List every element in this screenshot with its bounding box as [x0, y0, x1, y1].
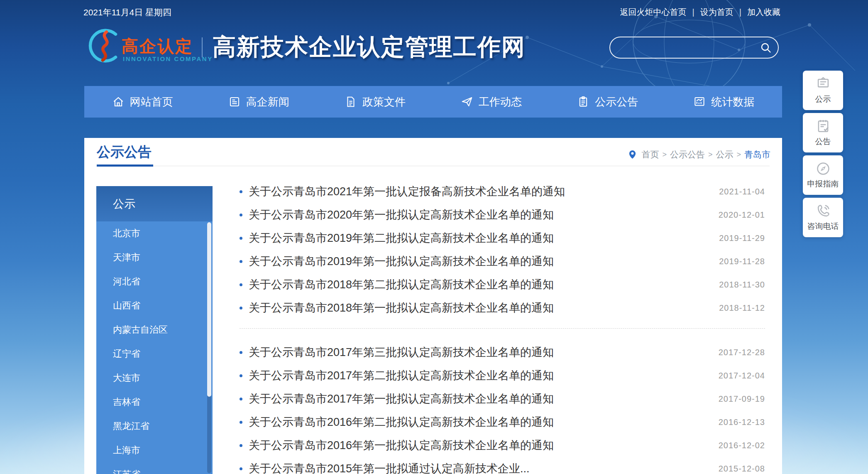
board-icon	[815, 76, 831, 92]
sidebar-item-dalian[interactable]: 大连市	[96, 366, 213, 390]
list-item: 关于公示青岛市2016年第二批拟认定高新技术企业名单的通知 2016-12-13	[240, 410, 765, 434]
announcement-date: 2021-11-04	[719, 187, 765, 196]
float-button-label: 咨询电话	[807, 221, 839, 232]
announcement-link[interactable]: 关于公示青岛市2018年第一批拟认定高新技术企业名单的通知	[249, 300, 554, 315]
float-button-label: 公告	[815, 136, 831, 147]
bullet-icon	[240, 260, 242, 263]
link-set-homepage[interactable]: 设为首页	[700, 7, 734, 18]
nav-item-statistics[interactable]: 统计数据	[666, 86, 782, 118]
sidebar-item-liaoning[interactable]: 辽宁省	[96, 342, 213, 366]
nav-label: 工作动态	[479, 95, 522, 109]
bullet-icon	[240, 214, 242, 216]
search-input[interactable]	[610, 37, 756, 58]
list-item: 关于公示青岛市2017年第二批拟认定高新技术企业名单的通知 2017-12-04	[240, 364, 765, 387]
sidebar-item-heilongjiang[interactable]: 黑龙江省	[96, 414, 213, 438]
announcement-date: 2019-11-29	[719, 233, 765, 243]
sidebar-item-shanghai[interactable]: 上海市	[96, 438, 213, 462]
list-item: 关于公示青岛市2015年第一批拟通过认定高新技术企业... 2015-12-08	[240, 457, 765, 474]
nav-label: 网站首页	[130, 95, 173, 109]
announcement-link[interactable]: 关于公示青岛市2017年第一批拟认定高新技术企业名单的通知	[249, 391, 554, 406]
logo-subtext: INNOVATION COMPANY	[123, 55, 213, 62]
nav-item-announcements[interactable]: 公示公告	[550, 86, 666, 118]
page: 2021年11月4日 星期四 返回火炬中心首页 | 设为首页 | 加入收藏 高企…	[0, 0, 868, 474]
clipboard-icon	[577, 96, 589, 108]
bullet-icon	[240, 374, 242, 377]
sidebar-item-jilin[interactable]: 吉林省	[96, 390, 213, 414]
announcement-link[interactable]: 关于公示青岛市2017年第三批拟认定高新技术企业名单的通知	[249, 345, 554, 360]
page-title: 公示公告	[97, 143, 152, 162]
list-item: 关于公示青岛市2017年第一批拟认定高新技术企业名单的通知 2017-09-19	[240, 387, 765, 410]
breadcrumb: 首页 > 公示公告 > 公示 > 青岛市	[628, 149, 770, 160]
announcement-list: 关于公示青岛市2021年第一批认定报备高新技术企业名单的通知 2021-11-0…	[240, 180, 765, 474]
sidebar-item-shanxi[interactable]: 山西省	[96, 294, 213, 318]
title-underline	[97, 165, 153, 167]
breadcrumb-announcements[interactable]: 公示公告	[670, 149, 705, 160]
list-item: 关于公示青岛市2018年第一批拟认定高新技术企业名单的通知 2018-11-12	[240, 296, 765, 319]
document-icon	[345, 96, 357, 108]
bullet-icon	[240, 444, 242, 447]
sidebar-item-beijing[interactable]: 北京市	[96, 221, 213, 246]
sidebar-item-jiangsu[interactable]: 江苏省	[96, 462, 213, 474]
sidebar-item-hebei[interactable]: 河北省	[96, 270, 213, 294]
announcement-link[interactable]: 关于公示青岛市2016年第二批拟认定高新技术企业名单的通知	[249, 415, 554, 430]
nav-label: 高企新闻	[246, 95, 289, 109]
current-date: 2021年11月4日 星期四	[83, 7, 171, 18]
announcement-link[interactable]: 关于公示青岛市2019年第一批拟认定高新技术企业名单的通知	[249, 254, 554, 269]
float-button-application-guide[interactable]: 申报指南	[803, 155, 843, 195]
announcement-link[interactable]: 关于公示青岛市2021年第一批认定报备高新技术企业名单的通知	[249, 184, 565, 199]
sidebar-scrollbar-thumb[interactable]	[207, 222, 211, 397]
announcement-link[interactable]: 关于公示青岛市2020年第一批拟认定高新技术企业名单的通知	[249, 207, 554, 222]
phone-icon	[815, 203, 831, 219]
announcement-link[interactable]: 关于公示青岛市2019年第二批拟认定高新技术企业名单的通知	[249, 231, 554, 246]
float-button-gonggao[interactable]: 公告	[803, 113, 843, 152]
breadcrumb-current: 青岛市	[744, 149, 770, 160]
list-item: 关于公示青岛市2020年第一批拟认定高新技术企业名单的通知 2020-12-01	[240, 203, 765, 226]
announcement-link[interactable]: 关于公示青岛市2016年第一批拟认定高新技术企业名单的通知	[249, 438, 554, 453]
breadcrumb-gongshi[interactable]: 公示	[716, 149, 733, 160]
announcement-date: 2015-12-08	[719, 464, 765, 474]
location-pin-icon	[628, 150, 636, 160]
sidebar-item-tianjin[interactable]: 天津市	[96, 246, 213, 270]
site-logo-icon[interactable]	[85, 27, 123, 65]
float-button-gongshi[interactable]: 公示	[803, 71, 843, 110]
announcement-date: 2016-12-13	[719, 418, 765, 427]
announcement-link[interactable]: 关于公示青岛市2015年第一批拟通过认定高新技术企业...	[249, 461, 530, 474]
announcement-date: 2018-11-30	[719, 280, 765, 290]
sidebar-header-gongshi[interactable]: 公示	[96, 186, 213, 221]
nav-item-policy[interactable]: 政策文件	[317, 86, 433, 118]
bullet-icon	[240, 283, 242, 286]
search-button[interactable]	[756, 37, 775, 58]
sidebar-item-neimenggu[interactable]: 内蒙古自治区	[96, 318, 213, 342]
nav-item-home[interactable]: 网站首页	[84, 86, 200, 118]
announcement-date: 2016-12-02	[719, 441, 765, 450]
search-icon	[760, 42, 772, 54]
float-button-phone[interactable]: 咨询电话	[803, 198, 843, 237]
list-item: 关于公示青岛市2016年第一批拟认定高新技术企业名单的通知 2016-12-02	[240, 434, 765, 457]
link-torch-center-home[interactable]: 返回火炬中心首页	[620, 7, 687, 18]
paper-plane-icon	[461, 96, 473, 108]
nav-label: 公示公告	[595, 95, 638, 109]
float-button-label: 公示	[815, 94, 831, 105]
breadcrumb-home[interactable]: 首页	[641, 149, 659, 160]
home-icon	[112, 96, 125, 108]
region-sidebar: 公示 北京市 天津市 河北省 山西省 内蒙古自治区 辽宁省 大连市 吉林省 黑龙…	[96, 186, 213, 474]
site-title: 高新技术企业认定管理工作网	[213, 32, 526, 63]
announcement-date: 2019-11-28	[719, 257, 765, 266]
list-item: 关于公示青岛市2018年第二批拟认定高新技术企业名单的通知 2018-11-30	[240, 273, 765, 296]
link-add-favorite[interactable]: 加入收藏	[747, 7, 780, 18]
announcement-link[interactable]: 关于公示青岛市2018年第二批拟认定高新技术企业名单的通知	[249, 277, 554, 292]
chart-icon	[693, 96, 706, 108]
nav-item-news[interactable]: 高企新闻	[200, 86, 317, 118]
nav-label: 统计数据	[711, 95, 754, 109]
list-item: 关于公示青岛市2021年第一批认定报备高新技术企业名单的通知 2021-11-0…	[240, 180, 765, 203]
announcement-link[interactable]: 关于公示青岛市2017年第二批拟认定高新技术企业名单的通知	[249, 368, 554, 383]
notepad-icon	[815, 118, 831, 134]
logo-text[interactable]: 高企认定	[122, 35, 193, 58]
bullet-icon	[240, 467, 242, 470]
sidebar-item-list: 北京市 天津市 河北省 山西省 内蒙古自治区 辽宁省 大连市 吉林省 黑龙江省 …	[96, 221, 213, 474]
bullet-icon	[240, 398, 242, 400]
nav-item-work-dynamics[interactable]: 工作动态	[433, 86, 550, 118]
list-item: 关于公示青岛市2019年第一批拟认定高新技术企业名单的通知 2019-11-28	[240, 250, 765, 273]
search-box	[609, 37, 779, 59]
sidebar-scrollbar-track[interactable]	[207, 222, 211, 473]
